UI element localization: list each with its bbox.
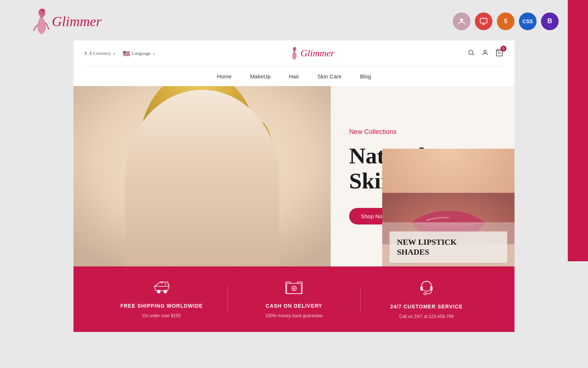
support-icon (418, 279, 435, 299)
cart-count-badge: 0 (501, 46, 506, 52)
currency-arrow: ∨ (113, 52, 115, 56)
cash-desc: 100% money back guarantee (265, 313, 323, 318)
hero-section: New Collections Natural Skin Care Shop N… (74, 86, 514, 266)
cash-icon (285, 280, 303, 298)
svg-point-21 (157, 290, 160, 293)
nav-item-home[interactable]: Home (217, 73, 232, 79)
hero-subtitle: New Collections (349, 128, 496, 136)
hero-mini-banner: NEW LIPSTICK SHADES (382, 149, 514, 266)
pink-accent-top-right (568, 0, 588, 74)
svg-point-15 (208, 160, 214, 167)
svg-point-12 (181, 159, 190, 167)
language-label: Language (132, 50, 151, 56)
svg-point-9 (158, 123, 239, 219)
svg-point-13 (207, 159, 216, 167)
shipping-title: FREE SHIPPING WORLDWIDE (120, 303, 202, 309)
nav-item-skincare[interactable]: Skin Care (318, 73, 342, 79)
pink-accent-right (568, 40, 588, 261)
mini-banner-overlay: NEW LIPSTICK SHADES (390, 231, 507, 263)
header-action-icons: 0 (467, 49, 503, 59)
currency-symbol: $ (85, 50, 87, 56)
svg-point-5 (469, 50, 473, 54)
svg-point-6 (484, 50, 487, 53)
header-logo-icon (288, 46, 298, 61)
main-container: $ $ Currency ∨ 🇺🇸 Language ∨ (74, 40, 514, 332)
language-dropdown[interactable]: 🇺🇸 Language ∨ (123, 50, 155, 57)
svg-point-2 (460, 18, 463, 21)
features-bar: FREE SHIPPING WORLDWIDE On order over $1… (74, 266, 514, 332)
svg-point-22 (164, 290, 166, 293)
hero-image (74, 86, 331, 266)
monitor-icon-circle[interactable] (475, 13, 492, 30)
header-center-logo[interactable]: Glimmer (288, 46, 334, 61)
hero-woman-svg (74, 86, 331, 266)
hero-woman-photo (74, 86, 331, 266)
nav-item-hair[interactable]: Hair (289, 73, 299, 79)
svg-point-10 (178, 159, 193, 168)
account-icon[interactable] (481, 49, 489, 58)
svg-point-14 (183, 160, 189, 167)
feature-shipping: FREE SHIPPING WORLDWIDE On order over $1… (96, 280, 227, 318)
search-icon[interactable] (467, 49, 475, 58)
nav-item-makeup[interactable]: MakeUp (250, 73, 270, 79)
currency-dropdown[interactable]: $ $ Currency ∨ (85, 50, 115, 56)
css3-icon-circle[interactable]: CSS (519, 13, 537, 30)
svg-point-17 (209, 161, 211, 163)
top-tool-icons: 5 CSS B (453, 13, 559, 30)
brand-logo-top: Glimmer (29, 7, 101, 36)
top-bar: Glimmer 5 CSS B (0, 0, 588, 40)
svg-point-8 (140, 86, 257, 219)
language-arrow: ∨ (153, 52, 155, 56)
site-header: $ $ Currency ∨ 🇺🇸 Language ∨ (74, 40, 514, 86)
header-logo-text: Glimmer (301, 48, 334, 59)
html5-icon-circle[interactable]: 5 (497, 13, 514, 30)
feature-cash: CASH ON DELIVERY 100% money back guarant… (228, 280, 360, 318)
main-navigation: Home MakeUp Hair Skin Care Blog (85, 67, 503, 86)
mini-banner-text: NEW LIPSTICK SHADES (397, 237, 500, 257)
svg-point-4 (294, 47, 295, 49)
svg-rect-3 (480, 18, 487, 23)
cash-title: CASH ON DELIVERY (266, 303, 322, 309)
bootstrap-icon-circle[interactable]: B (541, 13, 559, 30)
cart-icon[interactable]: 0 (495, 49, 503, 59)
avatar-icon-circle[interactable] (453, 13, 470, 30)
shipping-desc: On order over $150 (143, 313, 181, 318)
support-desc: Call us 24/7 at 123-456-789 (399, 314, 453, 319)
header-dropdowns: $ $ Currency ∨ 🇺🇸 Language ∨ (85, 50, 155, 57)
nav-item-blog[interactable]: Blog (360, 73, 371, 79)
header-top-bar: $ $ Currency ∨ 🇺🇸 Language ∨ (85, 40, 503, 67)
svg-point-16 (183, 161, 185, 163)
feature-support: 24/7 CUSTOMER SERVICE Call us 24/7 at 12… (361, 279, 492, 319)
brand-name-top: Glimmer (52, 13, 101, 29)
svg-point-11 (204, 159, 219, 168)
currency-label: $ Currency (90, 50, 111, 56)
language-flag: 🇺🇸 (123, 50, 130, 57)
support-title: 24/7 CUSTOMER SERVICE (390, 304, 463, 309)
svg-rect-7 (74, 86, 331, 266)
logo-svg-icon (29, 7, 50, 36)
shipping-icon (153, 280, 171, 298)
